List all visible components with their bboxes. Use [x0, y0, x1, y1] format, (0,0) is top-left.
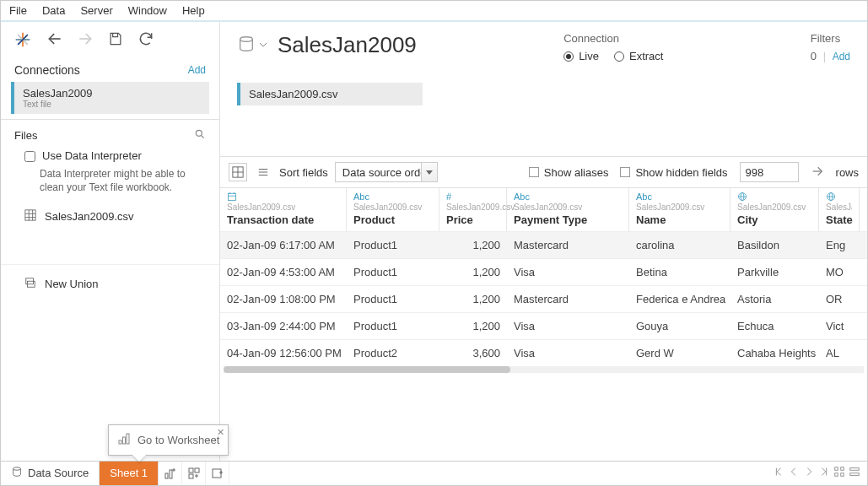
rows-label: rows: [836, 166, 859, 179]
data-source-tab-icon: [11, 466, 23, 480]
svg-rect-20: [229, 193, 236, 200]
use-data-interpreter-row[interactable]: Use Data Interpreter: [1, 148, 219, 164]
menu-data[interactable]: Data: [42, 4, 65, 17]
menu-bar: File Data Server Window Help: [1, 1, 867, 22]
svg-rect-40: [835, 467, 838, 471]
data-interpreter-hint: Data Interpreter might be able to clean …: [1, 164, 219, 202]
file-grid-icon: [24, 209, 36, 224]
close-tooltip-icon[interactable]: ✕: [217, 427, 224, 438]
table-row[interactable]: 02-Jan-09 6:17:00 AMProduct11,200Masterc…: [220, 231, 867, 258]
back-icon[interactable]: [46, 30, 63, 50]
svg-rect-42: [835, 473, 838, 477]
connection-extract-radio[interactable]: Extract: [614, 50, 663, 62]
connection-live-radio[interactable]: Live: [563, 50, 599, 62]
union-icon: [24, 277, 36, 291]
svg-rect-32: [127, 434, 129, 444]
sort-fields-value: Data source order: [342, 166, 430, 179]
tooltip-text: Go to Worksheet: [137, 434, 219, 446]
svg-rect-35: [170, 470, 172, 478]
table-row[interactable]: 04-Jan-09 12:56:00 PMProduct23,600VisaGe…: [220, 339, 867, 366]
datasource-title[interactable]: SalesJan2009: [278, 32, 417, 58]
connection-mode: Connection Live Extract: [563, 32, 663, 62]
tab-sheet-1[interactable]: Sheet 1: [100, 462, 159, 485]
connection-live-label: Live: [579, 50, 599, 62]
go-arrow-icon[interactable]: [811, 165, 824, 181]
filters-count: 0: [811, 50, 817, 62]
menu-window[interactable]: Window: [128, 4, 167, 17]
new-dashboard-icon[interactable]: [182, 462, 206, 485]
filters-header: Filters: [811, 32, 850, 45]
row-count-input[interactable]: 998: [740, 162, 799, 182]
tab-sheet-1-label: Sheet 1: [110, 467, 148, 479]
files-search-icon[interactable]: [194, 128, 206, 143]
svg-rect-41: [841, 467, 844, 471]
save-icon[interactable]: [107, 30, 124, 50]
tab-list-icon[interactable]: [849, 466, 860, 480]
tab-prev-icon[interactable]: [788, 466, 800, 480]
tab-nav-controls: [773, 462, 867, 485]
main-area: SalesJan2009 Connection Live Extract Fil…: [220, 22, 867, 461]
new-story-icon[interactable]: [206, 462, 229, 485]
horizontal-scrollbar[interactable]: [224, 366, 864, 373]
svg-rect-6: [25, 210, 35, 220]
file-entry-label: SalesJan2009.csv: [45, 210, 134, 223]
refresh-icon[interactable]: [137, 30, 154, 50]
tab-next-icon[interactable]: [803, 466, 815, 480]
new-worksheet-icon[interactable]: [159, 462, 182, 485]
tab-first-icon[interactable]: [773, 466, 784, 480]
svg-point-13: [240, 37, 253, 42]
grid-header-row: SalesJan2009.csv Transaction date AbcSal…: [220, 188, 867, 231]
col-city[interactable]: SalesJan2009.csvCity: [731, 188, 819, 231]
col-state[interactable]: SalesJan2009.csvState: [819, 188, 860, 231]
svg-rect-43: [841, 473, 844, 477]
files-header: Files: [14, 129, 37, 142]
chevron-down-icon[interactable]: [259, 39, 267, 51]
connection-item-type: Text file: [23, 100, 201, 109]
left-sidebar: Connections Add SalesJan2009 Text file F…: [1, 22, 220, 461]
col-src: SalesJan2009.csv: [227, 202, 339, 212]
svg-rect-31: [123, 437, 126, 444]
col-payment-type[interactable]: AbcSalesJan2009.csvPayment Type: [507, 188, 629, 231]
col-product[interactable]: AbcSalesJan2009.csvProduct: [347, 188, 439, 231]
connection-extract-label: Extract: [629, 50, 663, 62]
connections-header: Connections: [14, 63, 80, 77]
tableau-logo-icon: [14, 31, 33, 50]
new-union[interactable]: New Union: [1, 264, 219, 298]
menu-help[interactable]: Help: [182, 4, 205, 17]
col-name[interactable]: AbcSalesJan2009.csvName: [629, 188, 731, 231]
svg-rect-39: [213, 469, 221, 478]
table-row[interactable]: 02-Jan-09 4:53:00 AMProduct11,200VisaBet…: [220, 258, 867, 285]
svg-point-33: [13, 467, 21, 471]
tab-data-source[interactable]: Data Source: [1, 462, 100, 485]
table-row[interactable]: 03-Jan-09 2:44:00 PMProduct11,200VisaGou…: [220, 312, 867, 339]
tab-last-icon[interactable]: [818, 466, 830, 480]
table-row[interactable]: 02-Jan-09 1:08:00 PMProduct11,200Masterc…: [220, 285, 867, 312]
table-pill[interactable]: SalesJan2009.csv: [237, 83, 423, 105]
show-hidden-fields-checkbox[interactable]: Show hidden fields: [620, 166, 727, 179]
show-aliases-checkbox[interactable]: Show aliases: [529, 166, 609, 179]
col-name: Transaction date: [227, 213, 339, 226]
file-entry[interactable]: SalesJan2009.csv: [1, 202, 219, 230]
tab-grid-icon[interactable]: [833, 466, 845, 480]
menu-server[interactable]: Server: [80, 4, 112, 17]
menu-file[interactable]: File: [9, 4, 27, 17]
filters-add-link[interactable]: Add: [833, 51, 850, 62]
tab-data-source-label: Data Source: [28, 467, 89, 479]
sort-fields-select[interactable]: Data source order: [335, 162, 438, 182]
use-data-interpreter-checkbox[interactable]: [24, 151, 35, 162]
worksheet-icon: [117, 432, 131, 448]
use-data-interpreter-label: Use Data Interpreter: [42, 149, 142, 162]
canvas-area[interactable]: SalesJan2009.csv: [220, 62, 867, 156]
add-connection-link[interactable]: Add: [188, 64, 206, 76]
connection-item[interactable]: SalesJan2009 Text file: [11, 82, 209, 114]
svg-rect-30: [119, 440, 121, 444]
database-icon: [237, 35, 256, 56]
grid-body: 02-Jan-09 6:17:00 AMProduct11,200Masterc…: [220, 231, 867, 366]
list-view-icon[interactable]: [254, 163, 272, 181]
data-grid: SalesJan2009.csv Transaction date AbcSal…: [220, 188, 867, 461]
col-transaction-date[interactable]: SalesJan2009.csv Transaction date: [220, 188, 347, 231]
svg-rect-38: [189, 474, 193, 478]
svg-rect-44: [850, 468, 860, 471]
grid-view-icon[interactable]: [229, 163, 247, 181]
col-price[interactable]: #SalesJan2009.csvPrice: [439, 188, 507, 231]
